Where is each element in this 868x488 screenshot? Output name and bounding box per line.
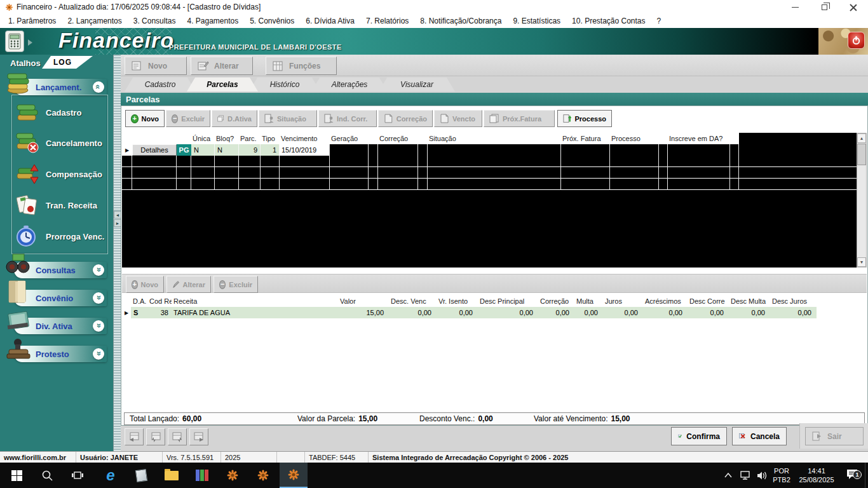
grid-vertical-scrollbar[interactable]: ▲ ▼ <box>857 133 867 268</box>
clock-indicator[interactable]: 14:4125/08/2025 <box>793 463 840 488</box>
expand-button[interactable]: « <box>93 292 104 304</box>
col-geracao[interactable]: Geração <box>330 133 378 144</box>
sidebar-item-compensacao[interactable]: Compensação <box>15 159 111 189</box>
fiorilli-app-1-button[interactable] <box>219 463 247 488</box>
col-cod-rec[interactable]: Cod Rec <box>147 295 172 307</box>
cancela-button[interactable]: Cancela <box>732 427 787 445</box>
col-unica[interactable]: Única <box>191 133 215 144</box>
tab-alteracoes[interactable]: Alterações <box>311 78 388 92</box>
col-vr-isento[interactable]: Vr. Isento <box>437 295 478 307</box>
col-processo[interactable]: Processo <box>610 133 668 144</box>
network-tray-button[interactable] <box>737 463 754 488</box>
tab-visualizar[interactable]: Visualizar <box>379 78 455 92</box>
col-desc-venc[interactable]: Desc. Venc <box>389 295 437 307</box>
menu-consultas[interactable]: 3. Consultas <box>128 15 182 27</box>
novo-toolbar-button[interactable]: Novo <box>125 57 187 75</box>
restore-button[interactable] <box>810 0 839 14</box>
detalhes-button[interactable]: Detalhes <box>132 144 177 156</box>
col-correcao[interactable]: Correção <box>378 133 428 144</box>
col-acrescimos[interactable]: Acréscimos <box>643 295 688 307</box>
menu-notificacao-cobranca[interactable]: 8. Notificação/Cobrança <box>414 15 507 27</box>
nav-first-button[interactable] <box>125 428 144 445</box>
sair-button[interactable]: Sair <box>805 427 864 445</box>
scroll-up-button[interactable]: ▲ <box>857 133 866 143</box>
nav-last-button[interactable] <box>189 428 208 445</box>
alterar-toolbar-button[interactable]: Alterar <box>191 57 253 75</box>
parcela-excluir-button[interactable]: − Excluir <box>166 110 210 127</box>
minimize-button[interactable] <box>780 0 810 14</box>
log-tab[interactable]: LOG <box>42 56 93 69</box>
parcela-novo-button[interactable]: + Novo <box>125 110 165 127</box>
sidebar-splitter[interactable]: ◄ ► <box>113 55 121 451</box>
confirma-button[interactable]: Confirma <box>671 427 727 445</box>
power-button[interactable] <box>848 32 865 49</box>
menu-parametros[interactable]: 1. Parâmetros <box>3 15 62 27</box>
collapse-button[interactable]: « <box>93 81 104 93</box>
expand-button[interactable]: « <box>93 264 104 276</box>
col-juros[interactable]: Juros <box>603 295 643 307</box>
col-tipo[interactable]: Tipo <box>261 133 280 144</box>
sidebar-item-tran-receita[interactable]: Tran. Receita <box>15 191 111 220</box>
col-vencimento[interactable]: Vencimento <box>280 133 330 144</box>
menu-pagamentos[interactable]: 4. Pagamentos <box>181 15 244 27</box>
col-desc-multa[interactable]: Desc Multa <box>729 295 770 307</box>
nav-next-button[interactable] <box>168 428 187 445</box>
sidebar-item-prorroga-venc[interactable]: Prorroga Venc. <box>15 222 111 251</box>
col-desc-juros[interactable]: Desc Juros <box>770 295 817 307</box>
parcela-processo-button[interactable]: Processo <box>557 110 612 127</box>
internet-explorer-button[interactable]: e <box>97 463 125 488</box>
col-desc-principal[interactable]: Desc Principal <box>478 295 538 307</box>
scroll-down-button[interactable]: ▼ <box>857 257 866 267</box>
col-multa[interactable]: Multa <box>574 295 603 307</box>
show-desktop-button[interactable] <box>865 463 868 488</box>
receita-alterar-button[interactable]: Alterar <box>166 276 211 293</box>
receita-row[interactable]: ▶ S 38 TARIFA DE AGUA 15,00 0,00 0,00 0,… <box>122 307 867 318</box>
menu-relatorios[interactable]: 7. Relatórios <box>360 15 414 27</box>
action-center-button[interactable]: 1 <box>840 463 864 488</box>
col-valor[interactable]: Valor <box>338 295 389 307</box>
col-situacao[interactable]: Situação <box>428 133 561 144</box>
parcela-ind-corr-button[interactable]: Ind. Corr. <box>318 110 377 127</box>
menu-prestacao-contas[interactable]: 10. Prestação Contas <box>566 15 651 27</box>
notes-app-button[interactable] <box>127 463 155 488</box>
task-view-button[interactable] <box>64 463 92 488</box>
expand-button[interactable]: « <box>93 320 104 332</box>
menu-estatisticas[interactable]: 9. Estatísticas <box>507 15 566 27</box>
file-explorer-button[interactable] <box>158 463 186 488</box>
receita-novo-button[interactable]: + Novo <box>126 276 164 293</box>
sidebar-item-cadastro[interactable]: Cadastro <box>15 98 111 127</box>
expand-button[interactable]: « <box>93 348 104 360</box>
fiorilli-app-active-button[interactable] <box>280 463 308 488</box>
tab-parcelas[interactable]: Parcelas <box>187 78 258 92</box>
tab-cadastro[interactable]: Cadastro <box>125 78 196 92</box>
col-prox-fatura[interactable]: Próx. Fatura <box>561 133 610 144</box>
col-parc[interactable]: Parc. <box>239 133 261 144</box>
close-button[interactable] <box>839 0 868 14</box>
volume-tray-button[interactable] <box>754 463 770 488</box>
col-bloq[interactable]: Bloq? <box>215 133 239 144</box>
language-indicator[interactable]: PORPTB2 <box>770 463 793 488</box>
menu-help[interactable]: ? <box>651 15 667 27</box>
sidebar-item-cancelamento[interactable]: Cancelamento <box>15 128 111 158</box>
menu-convenios[interactable]: 5. Convênios <box>244 15 300 27</box>
col-da[interactable]: D.A. <box>131 295 147 307</box>
start-button[interactable] <box>3 463 31 488</box>
receita-excluir-button[interactable]: − Excluir <box>214 276 258 293</box>
scrollbar-thumb[interactable] <box>857 144 866 165</box>
parcela-dativa-button[interactable]: D.Ativa <box>212 110 257 127</box>
parcela-correcao-button[interactable]: Correção <box>378 110 433 127</box>
tab-historico[interactable]: Histórico <box>249 78 320 92</box>
nav-prev-button[interactable] <box>146 428 165 445</box>
parcela-prox-fatura-button[interactable]: Próx.Fatura <box>484 110 555 127</box>
funcoes-toolbar-button[interactable]: Funções <box>266 57 337 75</box>
parcela-situacao-button[interactable]: Situação <box>259 110 317 127</box>
col-correcao[interactable]: Correção <box>538 295 574 307</box>
calculator-icon[interactable] <box>5 30 24 52</box>
fiorilli-app-2-button[interactable] <box>249 463 277 488</box>
col-inscreve-da[interactable]: Inscreve em DA? <box>668 133 739 144</box>
tray-chevron-button[interactable] <box>721 463 736 488</box>
menu-lancamentos[interactable]: 2. Lançamentos <box>62 15 127 27</box>
parcela-row[interactable]: ▶ Detalhes PG N N 9 1 15/10/2019 <box>122 144 857 156</box>
parcela-vencto-button[interactable]: Vencto <box>434 110 482 127</box>
col-receita[interactable]: Receita <box>172 295 338 307</box>
